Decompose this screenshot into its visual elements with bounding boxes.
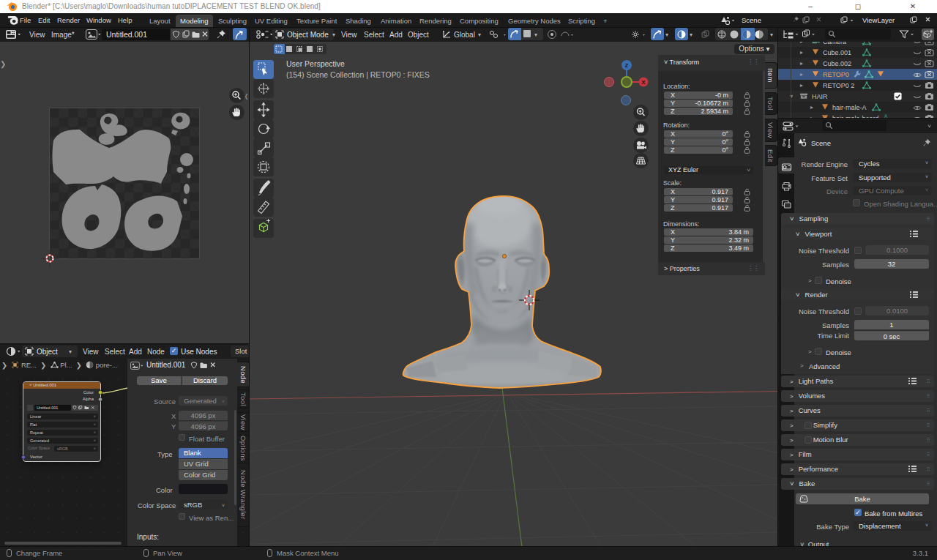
svg-text:X: X	[641, 79, 646, 86]
svg-text:Z: Z	[625, 62, 629, 69]
